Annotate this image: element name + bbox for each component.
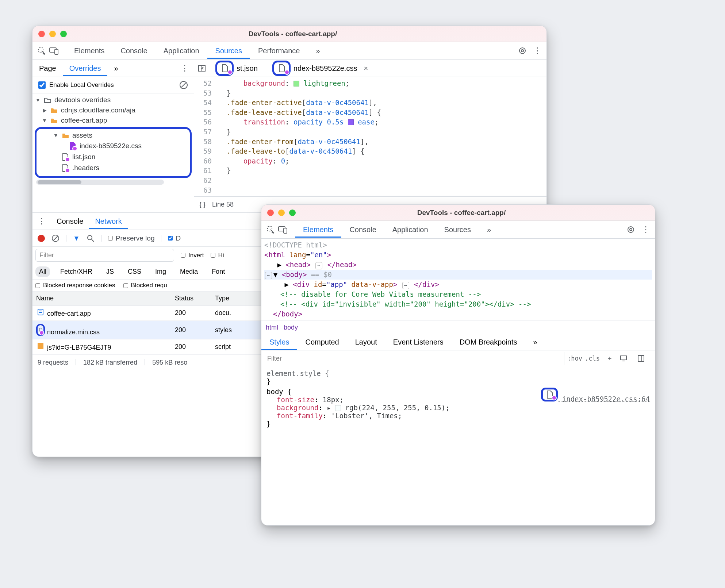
toggle-navigator-icon[interactable]: [194, 64, 210, 72]
tab-sources[interactable]: Sources: [436, 222, 479, 238]
tabs-overflow-icon[interactable]: »: [308, 43, 328, 59]
close-tab-icon[interactable]: ×: [364, 64, 368, 73]
js-icon: [36, 342, 45, 350]
new-rule-button[interactable]: +: [602, 355, 617, 362]
rule-source-link[interactable]: index-b859522e.css:64: [541, 388, 650, 403]
tab-console[interactable]: Console: [112, 43, 155, 59]
col-type[interactable]: Type: [211, 292, 252, 305]
tree-cdnjs[interactable]: ▶ cdnjs.cloudflare.com/aja: [32, 105, 194, 115]
type-chip-fetchxhr[interactable]: Fetch/XHR: [57, 266, 96, 277]
invert-checkbox[interactable]: Invert: [181, 252, 204, 259]
hide-data-checkbox[interactable]: Hi: [211, 252, 224, 259]
type-chip-css[interactable]: CSS: [124, 266, 145, 277]
zoom-icon[interactable]: [289, 210, 296, 216]
tree-root[interactable]: ▼ devtools overrides: [32, 95, 194, 105]
file-override-icon: [215, 61, 234, 76]
window-controls: [267, 210, 296, 216]
drawer-tab-console[interactable]: Console: [51, 214, 89, 229]
inspect-icon[interactable]: [264, 225, 277, 234]
side-kebab-icon[interactable]: ⋮: [176, 64, 194, 73]
file-override-icon: [61, 153, 69, 161]
blocked-cookies-checkbox[interactable]: Blocked response cookies: [35, 282, 115, 289]
disable-cache-checkbox[interactable]: D: [168, 234, 181, 242]
drawer-tab-network[interactable]: Network: [89, 214, 127, 229]
close-icon[interactable]: [38, 31, 45, 37]
device-pane-icon[interactable]: [620, 355, 634, 362]
file-tab-css[interactable]: ndex-b859522e.css ×: [269, 57, 371, 80]
blocked-requests-checkbox[interactable]: Blocked requ: [123, 282, 167, 289]
cls-toggle[interactable]: .cls: [585, 355, 599, 362]
breadcrumb[interactable]: html body: [261, 320, 655, 334]
tree-coffee-cart[interactable]: ▼ coffee-cart.app: [32, 115, 194, 126]
tabs-overflow-icon[interactable]: »: [479, 222, 499, 238]
body-node[interactable]: ⋯▼ <body> == $0: [264, 270, 652, 280]
type-chip-media[interactable]: Media: [176, 266, 202, 277]
styles-tabs: Styles Computed Layout Event Listeners D…: [261, 334, 655, 350]
device-mode-icon[interactable]: [277, 226, 289, 234]
body-close: </body>: [264, 309, 652, 319]
search-icon[interactable]: [87, 234, 95, 242]
tab-elements[interactable]: Elements: [295, 222, 341, 238]
enable-overrides-checkbox[interactable]: [38, 81, 46, 89]
drawer-kebab-icon[interactable]: ⋮: [32, 216, 51, 226]
app-div[interactable]: ▶ <div id="app" data-v-app> ⋯ </div>: [264, 280, 652, 289]
network-filter-input[interactable]: [35, 249, 174, 262]
settings-icon[interactable]: [626, 225, 635, 234]
svg-rect-24: [638, 356, 644, 361]
filter-funnel-icon[interactable]: ▼: [73, 234, 80, 242]
tree-file-css[interactable]: index-b859522e.css: [37, 141, 190, 151]
styles-pane[interactable]: element.style { } index-b859522e.css:64 …: [261, 367, 655, 430]
type-chip-js[interactable]: JS: [103, 266, 118, 277]
tree-h-scrollbar[interactable]: [36, 180, 164, 185]
tab-elements[interactable]: Elements: [66, 43, 112, 59]
device-mode-icon[interactable]: [48, 47, 60, 55]
file-override-icon: [36, 324, 45, 336]
tab-sources[interactable]: Sources: [207, 43, 250, 59]
type-chip-all[interactable]: All: [35, 266, 50, 277]
tree-file-listjson[interactable]: list.json: [37, 151, 190, 162]
styles-overflow-icon[interactable]: »: [525, 334, 545, 350]
head-node[interactable]: ▶ <head> ⋯ </head>: [264, 260, 652, 270]
styles-tab-layout[interactable]: Layout: [347, 334, 385, 350]
hov-toggle[interactable]: :hov: [567, 355, 582, 362]
styles-filter-input[interactable]: [264, 352, 564, 365]
editor-tabbar: st.json ndex-b859522e.css ×: [194, 60, 546, 77]
html-open: <html lang="en">: [264, 250, 652, 260]
minimize-icon[interactable]: [278, 210, 285, 216]
rule-body[interactable]: index-b859522e.css:64 body { font-size: …: [266, 388, 650, 428]
styles-tab-events[interactable]: Event Listeners: [385, 334, 452, 350]
tab-performance[interactable]: Performance: [250, 43, 308, 59]
tab-console[interactable]: Console: [341, 222, 384, 238]
col-name[interactable]: Name: [32, 292, 171, 305]
settings-icon[interactable]: [518, 46, 527, 55]
col-status[interactable]: Status: [171, 292, 211, 305]
side-tab-overrides[interactable]: Overrides: [63, 61, 108, 76]
file-tab-listjson[interactable]: st.json: [212, 57, 261, 80]
styles-tab-dombp[interactable]: DOM Breakpoints: [452, 334, 525, 350]
tab-application[interactable]: Application: [384, 222, 436, 238]
clear-overrides-icon[interactable]: [179, 81, 188, 89]
type-chip-font[interactable]: Font: [208, 266, 229, 277]
tree-assets[interactable]: ▼ assets: [37, 130, 190, 141]
tree-file-headers[interactable]: .headers: [37, 162, 190, 173]
inspect-icon[interactable]: [35, 46, 48, 55]
side-tab-page[interactable]: Page: [32, 61, 63, 76]
styles-tab-computed[interactable]: Computed: [297, 334, 347, 350]
preserve-log-checkbox[interactable]: Preserve log: [108, 234, 155, 242]
kebab-menu-icon[interactable]: ⋮: [533, 46, 541, 55]
computed-pane-icon[interactable]: [637, 355, 652, 362]
side-tabs-overflow-icon[interactable]: »: [107, 61, 124, 76]
tab-application[interactable]: Application: [156, 43, 207, 59]
close-icon[interactable]: [267, 210, 274, 216]
zoom-icon[interactable]: [60, 31, 67, 37]
type-chip-img[interactable]: Img: [151, 266, 170, 277]
pretty-print-icon[interactable]: { }: [199, 201, 206, 208]
element-style[interactable]: element.style {: [266, 369, 650, 377]
clear-icon[interactable]: [51, 234, 60, 242]
kebab-menu-icon[interactable]: ⋮: [642, 225, 650, 234]
record-icon[interactable]: [38, 235, 45, 242]
dom-tree[interactable]: <!DOCTYPE html> <html lang="en"> ▶ <head…: [261, 239, 655, 320]
code-editor[interactable]: 52 background: lightgreen;53 }54 .fade-e…: [194, 77, 546, 196]
styles-tab-styles[interactable]: Styles: [261, 334, 297, 350]
minimize-icon[interactable]: [49, 31, 56, 37]
